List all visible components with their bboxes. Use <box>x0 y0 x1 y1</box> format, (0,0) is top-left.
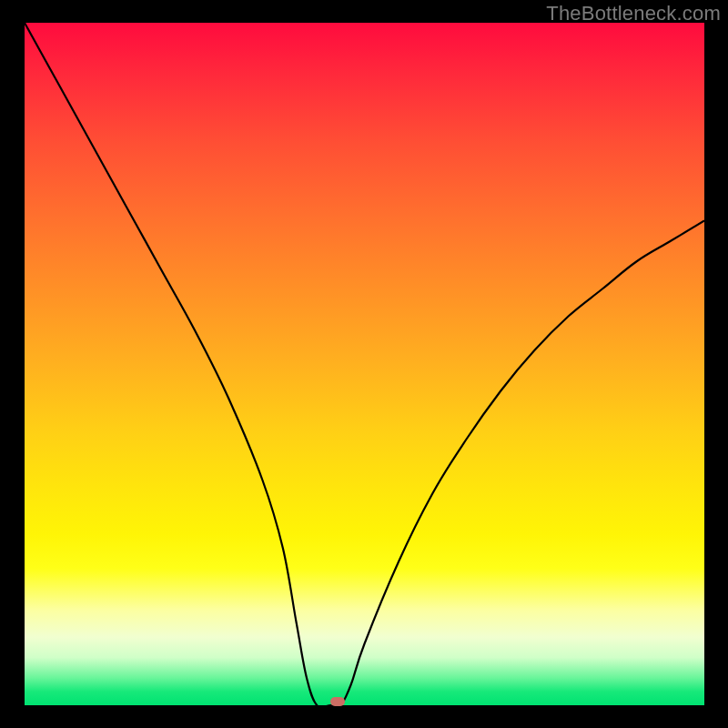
bottleneck-marker <box>330 697 345 706</box>
curve-svg <box>25 23 704 705</box>
chart-frame: TheBottleneck.com <box>0 0 728 728</box>
plot-area <box>25 23 704 705</box>
bottleneck-curve <box>25 23 704 705</box>
